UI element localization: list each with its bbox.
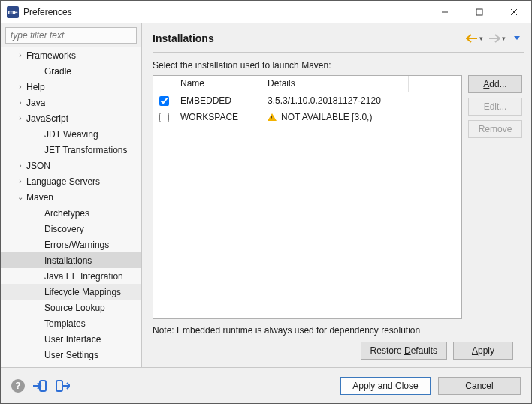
titlebar: me Preferences — [1, 1, 531, 23]
nav-forward-button[interactable] — [488, 32, 501, 45]
cell-name: EMBEDDED — [174, 94, 261, 107]
preferences-tree[interactable]: ›FrameworksGradle›Help›Java›JavaScriptJD… — [1, 47, 141, 367]
twisty-icon: › — [16, 161, 25, 170]
edit-button: Edit... — [468, 98, 522, 116]
tree-item-label: JDT Weaving — [44, 129, 98, 140]
tree-item-label: JET Transformations — [44, 145, 127, 155]
nav-back-button[interactable] — [465, 32, 479, 45]
close-button[interactable] — [497, 1, 531, 23]
note-text: Note: Embedded runtime is always used fo… — [153, 325, 522, 336]
nav-menu-button[interactable] — [510, 32, 524, 45]
add-button[interactable]: Add... — [468, 75, 522, 93]
app-icon: me — [7, 6, 19, 18]
maximize-icon — [476, 8, 483, 16]
twisty-icon: › — [16, 177, 25, 185]
tree-item-label: Discovery — [44, 224, 84, 234]
dialog-footer: ? Apply and Close Cancel — [1, 367, 531, 403]
tree-item-label: Archetypes — [44, 208, 89, 219]
tree-item-label: User Interface — [44, 334, 101, 345]
tree-item[interactable]: Gradle — [1, 63, 141, 79]
tree-item[interactable]: Discovery — [1, 221, 141, 237]
column-name[interactable]: Name — [174, 76, 261, 92]
twisty-icon: ⌄ — [16, 193, 25, 201]
maximize-button[interactable] — [462, 1, 497, 23]
cell-name: WORKSPACE — [174, 110, 261, 124]
tree-item[interactable]: ›Frameworks — [1, 47, 141, 63]
tree-item[interactable]: Lifecycle Mappings — [1, 284, 141, 300]
tree-item[interactable]: JET Transformations — [1, 142, 141, 158]
cell-details: NOT AVAILABLE [3.0,) — [261, 110, 409, 124]
tree-item-label: Installations — [44, 255, 92, 266]
tree-item-label: Lifecycle Mappings — [44, 287, 121, 297]
restore-defaults-button[interactable]: Restore Defaults — [361, 342, 447, 360]
tree-item-label: Source Lookup — [44, 303, 105, 313]
tree-item-label: JavaScript — [26, 113, 68, 124]
tree-item[interactable]: JDT Weaving — [1, 126, 141, 142]
tree-item[interactable]: Source Lookup — [1, 300, 141, 315]
tree-item[interactable]: Installations — [1, 252, 141, 268]
main-panel: Installations ▾ ▾ Select the installatio… — [142, 23, 531, 367]
tree-item-label: Java EE Integration — [44, 271, 123, 282]
caret-down-icon[interactable]: ▾ — [479, 35, 483, 42]
menu-caret-icon — [513, 35, 521, 42]
apply-button[interactable]: Apply — [453, 342, 513, 360]
warning-icon — [268, 113, 277, 121]
tree-item-label: Maven — [26, 192, 53, 203]
tree-item[interactable]: User Interface — [1, 331, 141, 347]
minimize-icon — [441, 8, 449, 16]
svg-rect-5 — [56, 381, 62, 391]
tree-item-label: JSON — [26, 161, 50, 171]
tree-item[interactable]: ›JavaScript — [1, 110, 141, 126]
instruction-text: Select the installation used to launch M… — [153, 60, 522, 71]
tree-item[interactable]: ›JSON — [1, 158, 141, 173]
preferences-dialog: me Preferences ›FrameworksGradle›Help›Ja… — [0, 0, 532, 404]
tree-item[interactable]: Archetypes — [1, 205, 141, 221]
apply-and-close-button[interactable]: Apply and Close — [340, 377, 431, 395]
table-header: Name Details — [153, 76, 461, 92]
tree-item[interactable]: Errors/Warnings — [1, 237, 141, 252]
table-row[interactable]: EMBEDDED 3.5.3/1.10.0.20181127-2120 — [153, 92, 461, 109]
caret-down-icon[interactable]: ▾ — [502, 35, 506, 42]
svg-rect-1 — [476, 9, 482, 15]
tree-item[interactable]: Java EE Integration — [1, 268, 141, 284]
close-icon — [510, 8, 518, 16]
tree-item-label: Help — [26, 82, 45, 92]
help-icon[interactable]: ? — [11, 379, 25, 393]
tree-item-label: Language Servers — [26, 176, 100, 187]
tree-item-label: Frameworks — [26, 50, 76, 61]
tree-item[interactable]: ›Help — [1, 79, 141, 95]
tree-item[interactable]: ⌄Maven — [1, 189, 141, 205]
tree-item-label: User Settings — [44, 350, 98, 360]
arrow-right-icon — [488, 34, 500, 43]
import-icon[interactable] — [32, 379, 47, 393]
column-details[interactable]: Details — [261, 76, 409, 92]
tree-item[interactable]: User Settings — [1, 347, 141, 363]
window-title: Preferences — [23, 7, 428, 17]
row-checkbox[interactable] — [159, 113, 169, 122]
page-title: Installations — [153, 32, 464, 44]
installations-table[interactable]: Name Details EMBEDDED 3.5.3/1.10.0.20181… — [153, 75, 462, 319]
tree-item-label: Gradle — [44, 66, 71, 77]
arrow-left-icon — [466, 34, 478, 43]
twisty-icon: › — [16, 83, 25, 91]
filter-input[interactable] — [5, 27, 137, 44]
twisty-icon: › — [16, 114, 25, 122]
table-row[interactable]: WORKSPACE NOT AVAILABLE [3.0,) — [153, 109, 461, 125]
minimize-button[interactable] — [428, 1, 462, 23]
export-icon[interactable] — [55, 379, 70, 393]
sidebar: ›FrameworksGradle›Help›Java›JavaScriptJD… — [1, 23, 142, 367]
twisty-icon: › — [16, 51, 25, 59]
remove-button: Remove — [468, 120, 522, 138]
twisty-icon: › — [16, 98, 25, 107]
cell-details: 3.5.3/1.10.0.20181127-2120 — [261, 94, 409, 107]
row-checkbox[interactable] — [159, 96, 169, 106]
tree-item[interactable]: Templates — [1, 315, 141, 331]
tree-item[interactable]: ›Java — [1, 95, 141, 110]
tree-item-label: Templates — [44, 318, 86, 329]
cancel-button[interactable]: Cancel — [438, 377, 521, 395]
tree-item-label: Java — [26, 98, 45, 108]
tree-item-label: Errors/Warnings — [44, 240, 109, 250]
tree-item[interactable]: ›Language Servers — [1, 173, 141, 189]
